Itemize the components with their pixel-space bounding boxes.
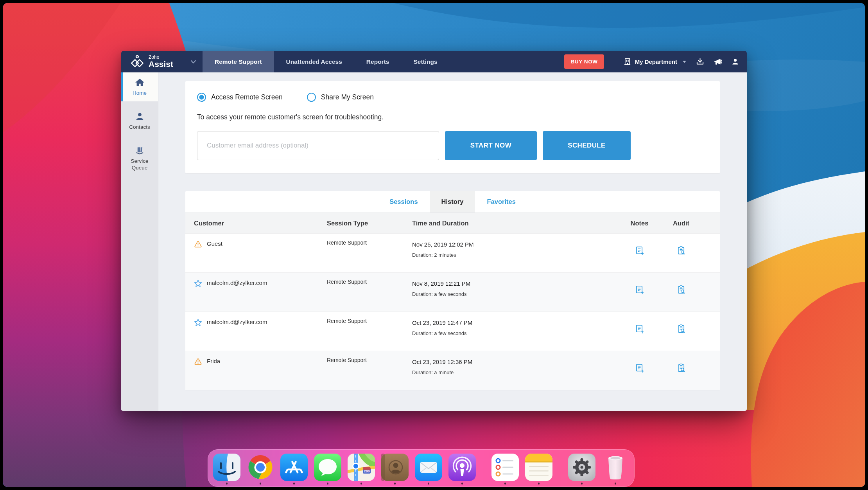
sessions-tabs: SessionsHistoryFavorites [185,191,720,213]
dock-icon-chrome[interactable] [247,454,274,485]
sidebar-item-home[interactable]: Home [121,72,158,101]
dock-icon-system-preferences[interactable] [568,454,595,485]
view-audit-icon[interactable] [676,285,686,295]
audit-cell [658,312,704,351]
radio-button-icon [197,93,206,102]
chevron-down-icon [682,60,687,63]
table-body: Guest Remote Support Nov 25, 2019 12:02 … [185,233,720,390]
session-duration: Duration: a few seconds [412,330,621,336]
app-window: Zoho Assist Remote SupportUnattended Acc… [121,51,747,411]
customer-cell: Frida [194,351,327,390]
customer-email-input[interactable] [197,131,439,160]
screenshot-frame: Zoho Assist Remote SupportUnattended Acc… [0,0,868,490]
time-duration-cell: Oct 23, 2019 12:36 PM Duration: a minute [412,351,621,390]
svg-text:280: 280 [364,469,369,473]
session-duration: Duration: a minute [412,369,621,375]
dock-icon-maps[interactable]: 280 [348,454,375,485]
add-notes-icon[interactable] [635,363,644,373]
favorite-star-icon[interactable] [194,319,202,326]
session-duration: Duration: a few seconds [412,291,621,297]
column-header-session-type: Session Type [327,220,412,227]
nav-tab-settings[interactable]: Settings [401,51,449,72]
dock-icon-notes[interactable] [525,454,552,485]
department-selector[interactable]: My Department [615,58,691,66]
column-header-audit: Audit [658,220,704,227]
add-notes-icon[interactable] [635,285,644,295]
add-notes-icon[interactable] [635,246,644,256]
reminders-icon [491,454,519,481]
megaphone-icon [713,58,723,66]
nav-tab-reports[interactable]: Reports [354,51,402,72]
column-header-time-duration: Time and Duration [412,220,621,227]
table-row: malcolm.d@zylker.com Remote Support Oct … [185,312,720,351]
radio-share-my-screen[interactable]: Share My Screen [307,93,374,102]
announcements-button[interactable] [709,58,727,66]
session-type-cell: Remote Support [327,312,412,351]
add-notes-icon[interactable] [635,324,644,334]
tab-sessions[interactable]: Sessions [378,191,429,213]
session-time: Nov 8, 2019 12:21 PM [412,280,621,287]
window-body: HomeContactsService Queue Access Remote … [121,72,747,411]
chevron-down-icon[interactable] [190,60,196,64]
tab-favorites[interactable]: Favorites [475,191,527,213]
session-time: Nov 25, 2019 12:02 PM [412,241,621,248]
notes-cell [621,273,658,312]
audit-cell [658,234,704,272]
dock-icon-podcasts[interactable] [448,454,476,485]
notes-cell [621,351,658,390]
guest-alert-icon[interactable] [194,358,202,366]
dock: 280 [208,449,635,487]
dock-icon-contacts[interactable] [381,454,409,485]
running-indicator-dot [360,483,362,485]
favorite-star-icon[interactable] [194,279,202,287]
dock-icon-messages[interactable] [314,454,341,485]
running-indicator-dot [226,483,228,485]
account-button[interactable] [727,58,747,65]
app-logo-text: Zoho Assist [149,55,173,68]
brand-assist: Assist [149,60,173,68]
dock-icon-reminders[interactable] [491,454,519,485]
running-indicator-dot [615,483,617,485]
tab-history[interactable]: History [430,191,475,213]
start-now-button[interactable]: START NOW [445,131,537,160]
desktop: Zoho Assist Remote SupportUnattended Acc… [3,3,865,487]
session-mode-radios: Access Remote ScreenShare My Screen [197,93,708,102]
trash-icon [602,454,629,481]
dock-icon-mail[interactable] [415,454,442,485]
radio-access-remote-screen[interactable]: Access Remote Screen [197,93,283,102]
running-indicator-dot [260,483,262,485]
nav-tab-remote-support[interactable]: Remote Support [203,51,274,72]
audit-cell [658,351,704,390]
time-duration-cell: Nov 8, 2019 12:21 PM Duration: a few sec… [412,273,621,312]
contacts-icon [135,112,145,121]
session-type-cell: Remote Support [327,234,412,272]
view-audit-icon[interactable] [676,363,686,373]
view-audit-icon[interactable] [676,324,686,334]
download-icon [696,58,705,66]
app-logo[interactable]: Zoho Assist [121,51,203,72]
customer-cell: malcolm.d@zylker.com [194,312,327,351]
notes-cell [621,312,658,351]
guest-alert-icon[interactable] [194,240,202,248]
quick-action-card: Access Remote ScreenShare My Screen To a… [185,81,720,173]
table-row: Guest Remote Support Nov 25, 2019 12:02 … [185,233,720,272]
running-indicator-dot [293,483,295,485]
view-audit-icon[interactable] [676,246,686,256]
running-indicator-dot [461,483,463,485]
dock-icon-app-store[interactable] [280,454,308,485]
schedule-button[interactable]: SCHEDULE [543,131,631,160]
dock-icon-finder[interactable] [213,454,240,485]
running-indicator-dot [581,483,583,485]
customer-name: Frida [207,358,220,390]
nav-tab-unattended-access[interactable]: Unattended Access [274,51,354,72]
sidebar-item-contacts[interactable]: Contacts [121,106,158,135]
messages-icon [314,454,341,481]
customer-cell: malcolm.d@zylker.com [194,273,327,312]
sidebar-item-service-queue[interactable]: Service Queue [121,141,158,176]
table-header: Customer Session Type Time and Duration … [185,213,720,233]
buy-now-button[interactable]: BUY NOW [564,54,604,69]
session-time: Oct 23, 2019 12:36 PM [412,358,621,365]
session-type-cell: Remote Support [327,273,412,312]
download-button[interactable] [691,58,709,66]
dock-icon-trash[interactable] [602,454,629,485]
